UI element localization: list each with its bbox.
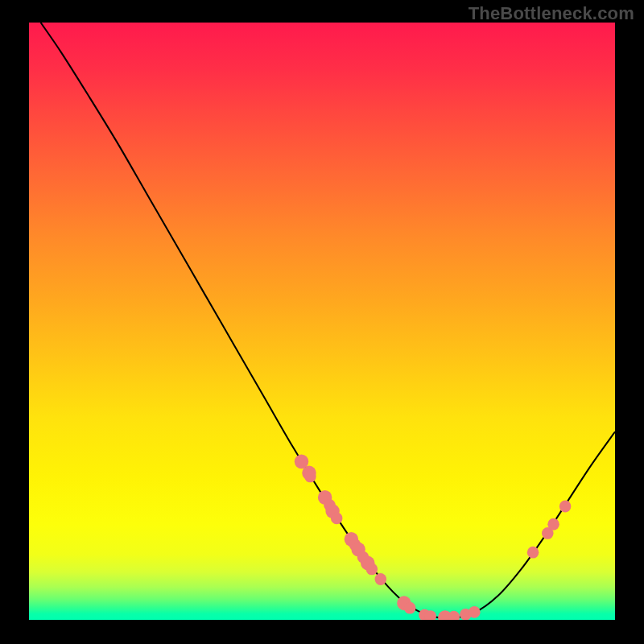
plot-area	[29, 23, 615, 620]
curve-svg	[29, 23, 615, 620]
data-marker	[547, 518, 559, 530]
data-marker	[559, 501, 572, 513]
bottleneck-curve	[41, 23, 615, 618]
data-marker	[404, 602, 416, 614]
data-marker	[527, 547, 539, 559]
data-marker	[331, 512, 343, 524]
data-marker	[304, 471, 316, 483]
chart-frame: TheBottleneck.com	[0, 0, 644, 644]
data-marker	[366, 564, 378, 576]
data-markers	[295, 454, 572, 620]
watermark-text: TheBottleneck.com	[469, 3, 634, 24]
data-marker	[375, 573, 387, 585]
data-marker	[469, 606, 481, 618]
